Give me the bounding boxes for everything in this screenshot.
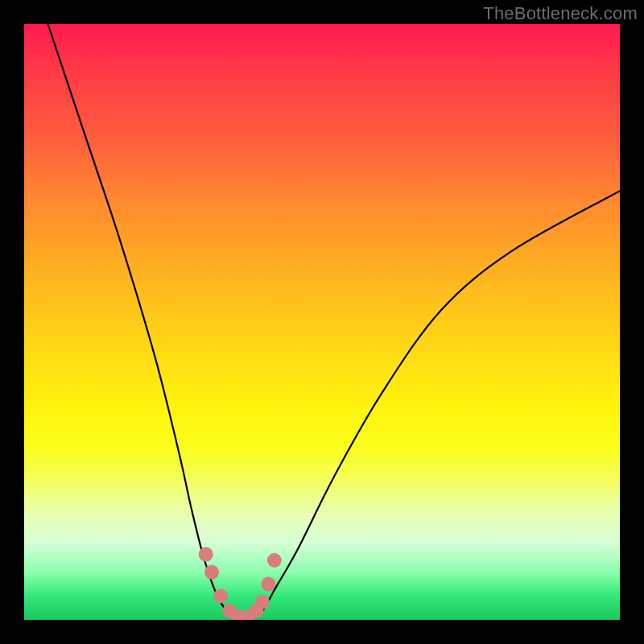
highlight-dot [267,553,282,568]
curve-layer [24,24,620,620]
highlight-dot [255,595,270,609]
highlight-dot [199,547,213,562]
bottleneck-curve [48,24,620,617]
highlight-dot [261,577,275,592]
plot-area [24,24,620,620]
chart-frame: TheBottleneck.com [0,0,644,644]
watermark-text: TheBottleneck.com [483,3,638,24]
highlight-dot [213,588,228,603]
highlight-dot [204,565,219,580]
